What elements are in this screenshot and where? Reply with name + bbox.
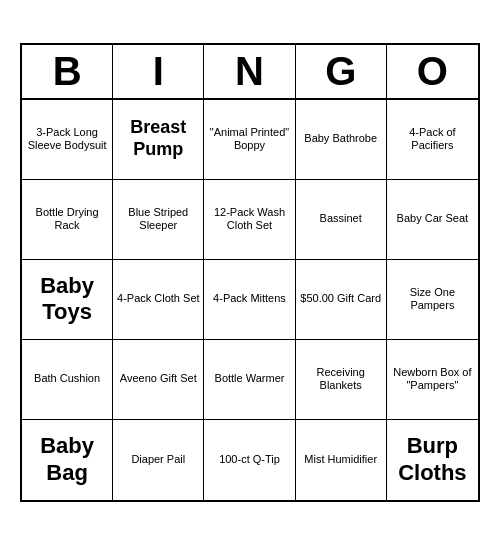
bingo-cell-12: 4-Pack Mittens (204, 260, 295, 340)
bingo-cell-15: Bath Cushion (22, 340, 113, 420)
bingo-cell-1: Breast Pump (113, 100, 204, 180)
bingo-cell-18: Receiving Blankets (296, 340, 387, 420)
bingo-cell-22: 100-ct Q-Tip (204, 420, 295, 500)
bingo-cell-0: 3-Pack Long Sleeve Bodysuit (22, 100, 113, 180)
bingo-card: BINGO 3-Pack Long Sleeve BodysuitBreast … (20, 43, 480, 502)
bingo-letter-g: G (296, 45, 387, 98)
bingo-cell-21: Diaper Pail (113, 420, 204, 500)
bingo-cell-10: Baby Toys (22, 260, 113, 340)
bingo-letter-b: B (22, 45, 113, 98)
bingo-cell-11: 4-Pack Cloth Set (113, 260, 204, 340)
bingo-letter-i: I (113, 45, 204, 98)
bingo-cell-24: Burp Cloths (387, 420, 478, 500)
bingo-cell-5: Bottle Drying Rack (22, 180, 113, 260)
bingo-cell-23: Mist Humidifier (296, 420, 387, 500)
bingo-cell-14: Size One Pampers (387, 260, 478, 340)
bingo-cell-19: Newborn Box of "Pampers" (387, 340, 478, 420)
bingo-cell-16: Aveeno Gift Set (113, 340, 204, 420)
bingo-cell-7: 12-Pack Wash Cloth Set (204, 180, 295, 260)
bingo-letter-n: N (204, 45, 295, 98)
bingo-cell-17: Bottle Warmer (204, 340, 295, 420)
bingo-cell-6: Blue Striped Sleeper (113, 180, 204, 260)
bingo-cell-8: Bassinet (296, 180, 387, 260)
bingo-cell-2: "Animal Printed" Boppy (204, 100, 295, 180)
bingo-grid: 3-Pack Long Sleeve BodysuitBreast Pump"A… (22, 100, 478, 500)
bingo-cell-20: Baby Bag (22, 420, 113, 500)
bingo-header: BINGO (22, 45, 478, 100)
bingo-cell-4: 4-Pack of Pacifiers (387, 100, 478, 180)
bingo-letter-o: O (387, 45, 478, 98)
bingo-cell-3: Baby Bathrobe (296, 100, 387, 180)
bingo-cell-13: $50.00 Gift Card (296, 260, 387, 340)
bingo-cell-9: Baby Car Seat (387, 180, 478, 260)
